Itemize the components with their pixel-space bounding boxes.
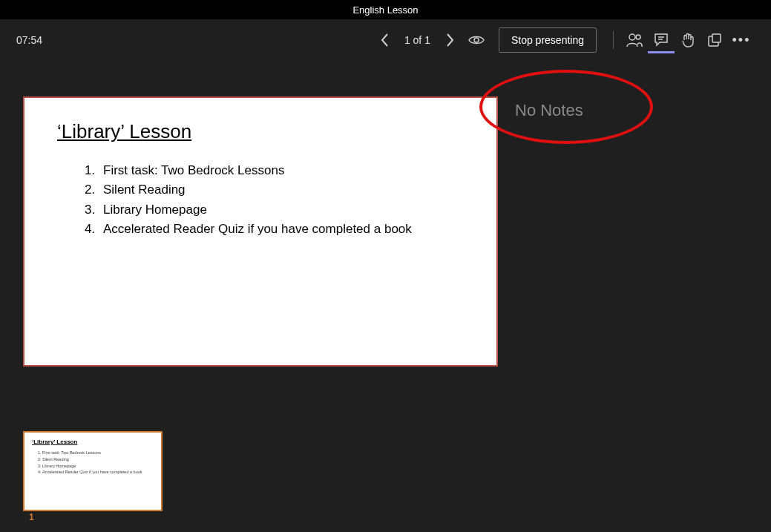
next-slide-button[interactable]	[436, 27, 463, 53]
app-root: English Lesson 07:54 1 of 1 Stop present…	[0, 0, 771, 532]
chat-button[interactable]	[648, 27, 675, 53]
thumb-number: 1	[29, 512, 34, 522]
stop-presenting-button[interactable]: Stop presenting	[499, 27, 597, 53]
svg-rect-6	[712, 34, 721, 42]
current-slide[interactable]: ‘Library’ Lesson First task: Two Bedrock…	[24, 98, 496, 365]
presenter-toolbar: 07:54 1 of 1 Stop presenting	[0, 19, 771, 61]
hand-icon	[681, 33, 695, 47]
thumb-list-item: Accelerated Reader Quiz if you have comp…	[42, 469, 154, 476]
raise-hand-button[interactable]	[675, 27, 701, 53]
chevron-right-icon	[444, 33, 455, 47]
slide-list-item: Library Homepage	[99, 200, 464, 220]
thumb-title: ‘Library’ Lesson	[32, 439, 154, 445]
slide-body: ‘Library’ Lesson First task: Two Bedrock…	[24, 98, 496, 261]
slide-list-item: First task: Two Bedrock Lessons	[99, 161, 464, 180]
svg-point-0	[474, 38, 479, 42]
slide-list-item: Silent Reading	[99, 180, 464, 200]
popout-button[interactable]	[701, 27, 728, 53]
popout-icon	[707, 33, 722, 47]
divider	[613, 31, 614, 49]
thumb-list-item: Library Homepage	[42, 463, 154, 470]
titlebar: English Lesson	[0, 0, 771, 19]
people-icon	[626, 33, 643, 47]
prev-slide-button[interactable]	[372, 27, 398, 53]
chevron-left-icon	[380, 33, 390, 47]
notes-panel[interactable]: No Notes	[503, 98, 764, 365]
thumb-list: First task: Two Bedrock Lessons Silent R…	[32, 450, 154, 476]
slide-list-item: Accelerated Reader Quiz if you have comp…	[99, 220, 464, 239]
thumb-list-item: Silent Reading	[42, 456, 154, 463]
chat-icon	[654, 32, 669, 47]
slide-thumbnail[interactable]: ‘Library’ Lesson First task: Two Bedrock…	[24, 433, 161, 510]
ellipsis-icon: •••	[732, 33, 751, 48]
eye-icon	[468, 34, 485, 46]
notes-placeholder: No Notes	[515, 101, 583, 119]
svg-point-1	[629, 34, 635, 40]
participants-button[interactable]	[621, 27, 648, 53]
svg-point-2	[636, 35, 640, 39]
slide-list: First task: Two Bedrock Lessons Silent R…	[57, 161, 464, 239]
content-area: ‘Library’ Lesson First task: Two Bedrock…	[0, 61, 771, 532]
more-actions-button[interactable]: •••	[728, 27, 755, 53]
slide-nav-group: 1 of 1	[372, 27, 490, 53]
thumbnail-strip: ‘Library’ Lesson First task: Two Bedrock…	[24, 433, 161, 510]
slide-title: ‘Library’ Lesson	[57, 120, 464, 143]
private-view-button[interactable]	[463, 27, 490, 53]
meeting-title: English Lesson	[352, 4, 418, 16]
slide-counter: 1 of 1	[398, 34, 436, 46]
call-duration: 07:54	[16, 34, 42, 46]
thumb-list-item: First task: Two Bedrock Lessons	[42, 450, 154, 456]
